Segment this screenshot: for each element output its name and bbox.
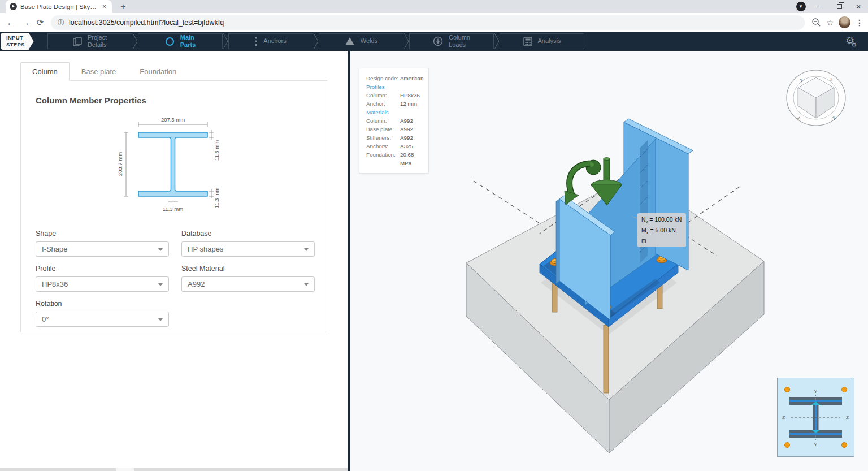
step-welds[interactable]: Welds bbox=[319, 33, 403, 49]
database-label: Database bbox=[181, 230, 315, 237]
step-separator bbox=[313, 33, 319, 49]
database-value: HP shapes bbox=[188, 245, 223, 253]
back-button[interactable]: ← bbox=[3, 18, 18, 27]
view-compass[interactable]: Z Y Y Z bbox=[785, 70, 847, 126]
profile-label: Profile bbox=[36, 265, 169, 273]
database-select[interactable]: HP shapes bbox=[181, 241, 315, 257]
summary-row: Column:A992 bbox=[366, 116, 422, 125]
browser-menu-icon[interactable]: ⋮ bbox=[856, 18, 863, 27]
settings-button[interactable]: ⚙⚙ bbox=[845, 34, 860, 47]
zoom-out-icon[interactable] bbox=[811, 18, 821, 27]
panel-tabs: Column Base plate Foundation bbox=[20, 62, 327, 80]
summary-row: Base plate:A992 bbox=[366, 125, 422, 133]
new-tab-button[interactable]: + bbox=[116, 1, 130, 13]
bookmark-star-icon[interactable]: ☆ bbox=[826, 18, 834, 27]
dim-depth: 203.7 mm bbox=[117, 152, 123, 176]
profile-select[interactable]: HP8x36 bbox=[36, 276, 169, 292]
step-label: Analysis bbox=[538, 37, 561, 45]
restore-button[interactable] bbox=[830, 0, 849, 13]
tab-base-plate[interactable]: Base plate bbox=[70, 62, 128, 81]
close-button[interactable]: ✕ bbox=[849, 0, 868, 13]
dim-flange-thickness-bottom: 11.3 mm bbox=[214, 188, 220, 208]
anchor-dot bbox=[785, 387, 790, 392]
reload-button[interactable]: ⟳ bbox=[33, 18, 47, 28]
3d-view-panel: Design code:American Profiles Column:HP8… bbox=[350, 51, 868, 471]
step-project-details[interactable]: ProjectDetails bbox=[47, 33, 132, 49]
steel-material-select[interactable]: A992 bbox=[181, 276, 315, 292]
column-form: Shape I-Shape Database HP shapes Profile… bbox=[36, 222, 312, 327]
step-separator bbox=[403, 33, 409, 49]
tab-foundation[interactable]: Foundation bbox=[128, 62, 188, 81]
step-navbar: INPUT STEPS ProjectDetails MainParts Anc… bbox=[0, 32, 868, 51]
model-summary-card: Design code:American Profiles Column:HP8… bbox=[359, 68, 429, 174]
chip-line1: INPUT bbox=[6, 34, 25, 41]
summary-row: Column:HP8x36 bbox=[366, 91, 422, 100]
step-label: Project bbox=[88, 34, 107, 41]
step-column-loads[interactable]: ColumnLoads bbox=[409, 33, 494, 49]
browser-tab[interactable]: Base Plate Design | SkyCiv ✕ bbox=[6, 0, 112, 13]
step-separator bbox=[494, 33, 500, 49]
step-main-parts[interactable]: MainParts bbox=[138, 33, 223, 49]
browser-toolbar: ← → ⟳ ⓘ localhost:3025/compiled.html?loc… bbox=[0, 13, 868, 32]
project-details-icon bbox=[73, 37, 82, 46]
summary-row: Stiffeners:A992 bbox=[366, 133, 422, 142]
anchor-dot bbox=[785, 443, 790, 448]
page-info-icon[interactable]: ⓘ bbox=[58, 18, 64, 28]
section-heading: Column Member Properties bbox=[36, 96, 327, 105]
step-label: Parts bbox=[180, 41, 196, 49]
main-parts-icon bbox=[165, 37, 175, 46]
rotation-value: 0° bbox=[42, 315, 49, 323]
input-steps-chip: INPUT STEPS bbox=[1, 33, 34, 50]
shape-label: Shape bbox=[36, 230, 169, 237]
steel-material-label: Steel Material bbox=[181, 265, 315, 273]
summary-row: Foundation:20.68 MPa bbox=[366, 150, 422, 167]
shape-select[interactable]: I-Shape bbox=[36, 241, 169, 257]
i-beam-shape bbox=[138, 132, 207, 196]
steel-material-value: A992 bbox=[188, 280, 205, 288]
profile-avatar[interactable] bbox=[839, 16, 850, 28]
dim-web-thickness: 11.3 mm bbox=[162, 206, 183, 212]
forward-button[interactable]: → bbox=[18, 18, 33, 27]
rotation-select[interactable]: 0° bbox=[36, 312, 169, 327]
step-separator bbox=[132, 33, 138, 49]
profile-value: HP8x36 bbox=[42, 280, 68, 288]
summary-section-profiles: Profiles bbox=[366, 83, 422, 91]
minimize-button[interactable]: – bbox=[809, 0, 828, 13]
skyciv-favicon bbox=[10, 3, 17, 10]
section-diagram: 207.3 mm 203.7 mm 11.3 mm 11.3 mm bbox=[109, 113, 239, 214]
axial-load-text: Nx= 100.00 kN bbox=[641, 215, 682, 226]
chip-line2: STEPS bbox=[6, 41, 25, 48]
address-bar[interactable]: ⓘ localhost:3025/compiled.html?local_tes… bbox=[51, 15, 805, 30]
axis-label-y-bottom: Y bbox=[814, 442, 818, 447]
summary-row: Design code:American bbox=[366, 74, 422, 83]
moment-load-text: Mx= 5.00 kN-m bbox=[641, 226, 682, 245]
chevron-down-icon: ▾ bbox=[796, 2, 806, 11]
step-label: Details bbox=[88, 41, 107, 49]
step-label: Main bbox=[180, 34, 196, 41]
tab-column[interactable]: Column bbox=[20, 62, 70, 81]
analysis-icon bbox=[523, 37, 532, 46]
shape-value: I-Shape bbox=[42, 245, 68, 253]
anchors-icon bbox=[255, 37, 258, 46]
tab-title: Base Plate Design | SkyCiv bbox=[20, 3, 98, 10]
axis-label-y-top: Y bbox=[814, 389, 818, 394]
restore-icon bbox=[837, 4, 842, 9]
dim-flange-width: 207.3 mm bbox=[160, 116, 184, 123]
horizontal-scrollbar[interactable] bbox=[0, 468, 348, 471]
rotation-label: Rotation bbox=[36, 300, 169, 308]
step-label: Anchors bbox=[263, 37, 286, 45]
step-anchors[interactable]: Anchors bbox=[228, 33, 313, 49]
url-text: localhost:3025/compiled.html?local_test=… bbox=[69, 19, 224, 27]
axis-label-z-left: Z- bbox=[782, 415, 787, 420]
axis-dashed-line bbox=[474, 181, 541, 224]
dim-flange-thickness-top: 11.3 mm bbox=[214, 140, 220, 161]
browser-update-badge[interactable]: ▾ bbox=[796, 0, 806, 13]
step-label: Loads bbox=[449, 41, 470, 49]
tab-close-icon[interactable]: ✕ bbox=[101, 3, 108, 10]
welds-icon bbox=[345, 37, 355, 46]
step-analysis[interactable]: Analysis bbox=[500, 33, 584, 49]
step-label: Column bbox=[449, 34, 470, 41]
summary-row: Anchor:12 mm bbox=[366, 100, 422, 108]
browser-window: Base Plate Design | SkyCiv ✕ + ▾ – ✕ ← →… bbox=[0, 0, 868, 471]
column-tab-card: Column Member Properties 207.3 mm 203.7 … bbox=[20, 80, 327, 332]
